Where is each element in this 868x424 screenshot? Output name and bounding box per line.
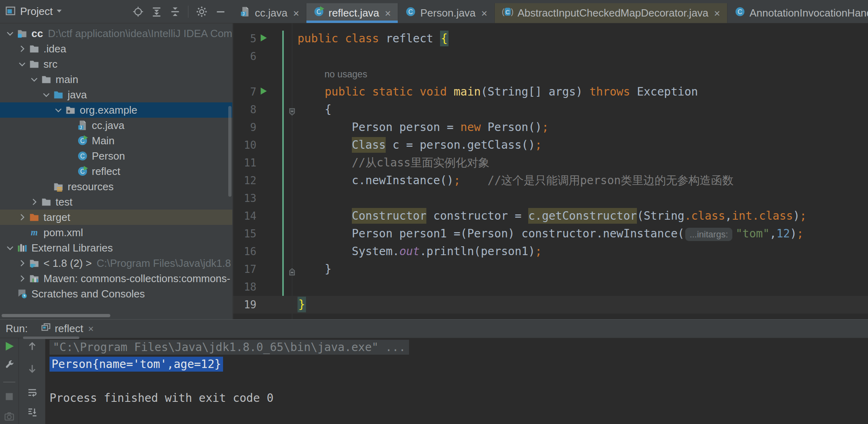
chevron-down-icon[interactable] bbox=[4, 242, 16, 254]
run-panel: Run: reflect × "C:\Program Files\Java\jd… bbox=[0, 319, 868, 424]
console-line[interactable]: "C:\Program Files\Java\jdk1.8.0_65\bin\j… bbox=[50, 339, 868, 355]
inlay-hint-row[interactable]: no usages bbox=[233, 65, 868, 83]
tree-item-external-libraries[interactable]: External Libraries bbox=[0, 240, 232, 256]
gear-button[interactable] bbox=[196, 6, 208, 18]
tree-item-resources[interactable]: resources bbox=[0, 179, 232, 194]
tree-item-scratches-and-consoles[interactable]: Scratches and Consoles bbox=[0, 286, 232, 301]
fold-marker-icon[interactable] bbox=[289, 265, 296, 279]
tree-item-label: cc bbox=[31, 27, 43, 40]
divider bbox=[188, 6, 188, 18]
code-line-18[interactable]: 18 bbox=[233, 278, 868, 296]
line-number: 5 bbox=[233, 30, 256, 48]
code-line-9[interactable]: 9 Person person = new Person(); bbox=[233, 118, 868, 136]
tool-window-icon[interactable] bbox=[5, 5, 16, 18]
editor-tab-abstractinputcheckedmapdecorator-java[interactable]: (C)AbstractInputCheckedMapDecorator.java… bbox=[495, 3, 727, 23]
fold-marker-icon[interactable] bbox=[289, 106, 296, 119]
console-line[interactable] bbox=[50, 372, 868, 389]
tree-item--idea[interactable]: .idea bbox=[0, 41, 232, 56]
hide-panel-button[interactable] bbox=[215, 6, 226, 17]
code-line-6[interactable]: 6 bbox=[233, 48, 868, 65]
close-icon[interactable]: × bbox=[88, 323, 94, 335]
active-tab-indicator bbox=[23, 337, 79, 339]
tree-item-cc-java[interactable]: Jcc.java bbox=[0, 118, 232, 133]
chevron-right-icon[interactable] bbox=[16, 257, 28, 269]
chevron-right-icon[interactable] bbox=[28, 196, 40, 208]
code-line-16[interactable]: 16 System.out.println(person1); bbox=[233, 243, 868, 260]
code-line-8[interactable]: 8 { bbox=[233, 101, 868, 118]
arrow-down-button[interactable] bbox=[27, 363, 38, 376]
caret-down-icon[interactable] bbox=[55, 7, 63, 17]
folder-icon bbox=[28, 43, 40, 55]
code-line-15[interactable]: 15 Person person1 =(Person) constructor.… bbox=[233, 225, 868, 243]
collapse-all-button[interactable] bbox=[169, 6, 181, 17]
console-line[interactable]: Person{name='tom',age=12} bbox=[50, 355, 868, 372]
chevron-down-icon[interactable] bbox=[16, 58, 28, 70]
console-line[interactable]: Process finished with exit code 0 bbox=[50, 389, 868, 406]
camera-button[interactable] bbox=[4, 411, 15, 424]
top-bar: Project Jcc.java×Creflect.java×CPerson.j… bbox=[0, 0, 868, 23]
svg-text:m: m bbox=[31, 227, 37, 237]
editor-tab-person-java[interactable]: CPerson.java× bbox=[398, 3, 495, 23]
chevron-right-icon[interactable] bbox=[16, 43, 28, 55]
editor-tab-annotationinvocationhand[interactable]: CAnnotationInvocationHand bbox=[727, 3, 868, 23]
wrench-button[interactable] bbox=[4, 359, 15, 372]
code-line-14[interactable]: 14 Constructor constructor = c.getConstr… bbox=[233, 207, 868, 225]
project-view-selector[interactable]: Project bbox=[20, 5, 53, 18]
code-editor[interactable]: 5public class reflect {6no usages7 publi… bbox=[233, 23, 868, 319]
chevron-right-icon[interactable] bbox=[16, 211, 28, 223]
code-text: Constructor constructor = c.getConstruct… bbox=[298, 207, 806, 225]
tree-vertical-scrollbar[interactable] bbox=[228, 106, 231, 197]
tree-horizontal-scrollbar[interactable] bbox=[2, 314, 110, 317]
scroll-end-button[interactable] bbox=[27, 407, 38, 420]
code-line-12[interactable]: 12 c.newInstance(); //这个是只能调用person类里边的无… bbox=[233, 172, 868, 189]
tree-item-target[interactable]: target bbox=[0, 210, 232, 225]
chevron-down-icon[interactable] bbox=[52, 104, 64, 116]
soft-wrap-button[interactable] bbox=[27, 387, 38, 400]
line-number: 17 bbox=[233, 260, 256, 278]
rerun-button[interactable] bbox=[3, 340, 15, 354]
code-line-13[interactable]: 13 bbox=[233, 189, 868, 207]
code-line-5[interactable]: 5public class reflect { bbox=[233, 30, 868, 48]
code-line-11[interactable]: 11 //从class里面实例化对象 bbox=[233, 154, 868, 172]
expand-all-button[interactable] bbox=[151, 6, 162, 17]
tree-item-test[interactable]: test bbox=[0, 194, 232, 210]
editor-tab-reflect-java[interactable]: Creflect.java× bbox=[306, 3, 398, 23]
run-line-icon[interactable] bbox=[258, 86, 269, 99]
tree-item-person[interactable]: CPerson bbox=[0, 148, 232, 164]
code-line-7[interactable]: 7 public static void main(String[] args)… bbox=[233, 83, 868, 101]
tree-item-org-example[interactable]: org.example bbox=[0, 102, 232, 118]
run-line-icon[interactable] bbox=[258, 33, 269, 46]
tree-item-main[interactable]: main bbox=[0, 72, 232, 87]
chevron-down-icon[interactable] bbox=[40, 89, 52, 101]
close-icon[interactable]: × bbox=[293, 8, 299, 19]
tree-item-reflect[interactable]: Creflect bbox=[0, 164, 232, 179]
code-line-17[interactable]: 17 } bbox=[233, 260, 868, 278]
editor-tab-cc-java[interactable]: Jcc.java× bbox=[233, 3, 306, 23]
close-icon[interactable]: × bbox=[385, 8, 391, 19]
tree-item-maven-commons-collections-commons-[interactable]: Maven: commons-collections:commons- bbox=[0, 271, 232, 286]
line-number: 9 bbox=[233, 118, 256, 136]
chevron-down-icon[interactable] bbox=[4, 27, 16, 39]
close-icon[interactable]: × bbox=[481, 8, 487, 19]
tree-item-main[interactable]: CMain bbox=[0, 133, 232, 148]
code-text: public class reflect { bbox=[298, 30, 448, 48]
run-console-tab[interactable]: reflect × bbox=[41, 322, 94, 335]
stop-button[interactable] bbox=[4, 391, 14, 403]
tree-item-pom-xml[interactable]: mpom.xml bbox=[0, 225, 232, 240]
tree-item--1-8-2-[interactable]: < 1.8 (2) >C:\Program Files\Java\jdk1.8 bbox=[0, 256, 232, 271]
tree-item-java[interactable]: java bbox=[0, 87, 232, 102]
tree-item-cc[interactable]: ccD:\ctf application\idea\IntelliJ IDEA … bbox=[0, 26, 232, 41]
code-line-10[interactable]: 10 Class c = person.getClass(); bbox=[233, 136, 868, 154]
usages-inlay-hint[interactable]: no usages bbox=[324, 65, 367, 83]
folder-icon bbox=[28, 58, 40, 70]
tree-item-src[interactable]: src bbox=[0, 56, 232, 72]
arrow-up-button[interactable] bbox=[27, 341, 38, 353]
chevron-right-icon[interactable] bbox=[16, 272, 28, 285]
project-toolbar-actions bbox=[132, 6, 233, 18]
close-icon[interactable]: × bbox=[714, 8, 720, 19]
code-line-19[interactable]: 19} bbox=[233, 296, 868, 314]
tree-item-label: Main bbox=[92, 135, 114, 147]
chevron-down-icon[interactable] bbox=[28, 73, 40, 85]
run-console-output[interactable]: "C:\Program Files\Java\jdk1.8.0_65\bin\j… bbox=[45, 338, 868, 424]
locate-file-button[interactable] bbox=[132, 6, 144, 17]
